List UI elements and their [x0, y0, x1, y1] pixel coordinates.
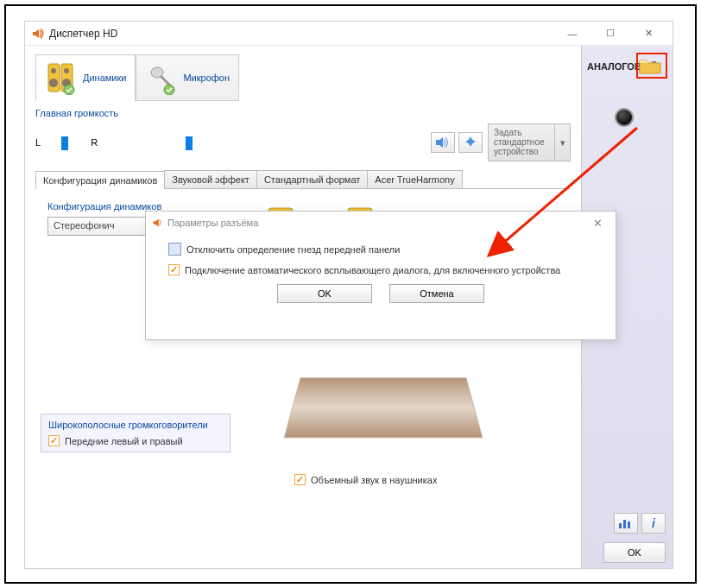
- dialog-icon: [151, 217, 163, 229]
- svg-rect-16: [619, 523, 622, 528]
- opt1-label: Отключить определение гнезд передней пан…: [186, 244, 400, 255]
- folder-icon[interactable]: [638, 56, 662, 75]
- main-volume-label: Главная громкость: [35, 108, 571, 118]
- front-lr-checkbox[interactable]: Передние левый и правый: [48, 435, 223, 446]
- settings-button[interactable]: [458, 132, 483, 153]
- speakers-icon: [45, 60, 79, 95]
- front-lr-label: Передние левый и правый: [65, 436, 183, 446]
- titlebar: Диспетчер HD — ☐ ✕: [25, 22, 673, 46]
- tab-microphone[interactable]: Микрофон: [136, 54, 239, 101]
- connector-params-dialog: Параметры разъёма ✕ Отключить определени…: [145, 211, 616, 340]
- sound-icon: [435, 136, 451, 149]
- set-default-device[interactable]: Задать стандартное устройство ▾: [488, 123, 571, 161]
- dialog-titlebar: Параметры разъёма ✕: [146, 212, 616, 234]
- subtab-config[interactable]: Конфигурация динамиков: [35, 171, 165, 189]
- dialog-cancel-button[interactable]: Отмена: [389, 284, 484, 303]
- balance-L: L: [35, 137, 41, 148]
- tab-speakers[interactable]: Динамики: [35, 54, 136, 101]
- tab-speakers-label: Динамики: [83, 73, 126, 83]
- svg-rect-18: [628, 522, 630, 528]
- headphone-surround-checkbox[interactable]: Объемный звук в наушниках: [294, 474, 437, 485]
- info-button[interactable]: i: [641, 513, 666, 534]
- main-volume-slider[interactable]: [103, 142, 388, 144]
- surround-label: Объемный звук в наушниках: [311, 475, 437, 485]
- audio-jack-black[interactable]: [615, 108, 634, 127]
- config-tabs: Конфигурация динамиков Звуковой эффект С…: [35, 170, 571, 189]
- tab-mic-label: Микрофон: [183, 73, 230, 83]
- close-button[interactable]: ✕: [629, 22, 667, 46]
- checkbox-checked-icon: [294, 474, 306, 485]
- minimize-button[interactable]: —: [553, 22, 591, 46]
- wideband-title: Широкополосные громкоговорители: [48, 420, 223, 430]
- opt2-label: Подключение автоматического всплывающего…: [185, 265, 560, 275]
- svg-point-4: [49, 79, 58, 87]
- svg-point-2: [51, 68, 56, 73]
- subtab-effect[interactable]: Звуковой эффект: [164, 170, 257, 188]
- wideband-speakers-group: Широкополосные громкоговорители Передние…: [41, 414, 231, 452]
- subtab-trueharmony[interactable]: Acer TrueHarmony: [367, 170, 462, 188]
- dropdown-arrow-icon: ▾: [554, 124, 570, 161]
- dialog-close-button[interactable]: ✕: [584, 217, 610, 230]
- ok-main-button[interactable]: OK: [603, 542, 666, 563]
- balance-R: R: [91, 137, 98, 148]
- app-icon: [30, 27, 44, 41]
- checkbox-unchecked-icon: [168, 243, 181, 256]
- connector-settings-button-highlight: [636, 53, 667, 79]
- mute-button[interactable]: [431, 132, 455, 153]
- svg-point-3: [64, 68, 69, 73]
- mic-icon: [145, 60, 180, 95]
- effects-icon: [464, 136, 477, 149]
- device-tabs: Динамики Микрофон: [35, 54, 571, 101]
- checkbox-checked-icon: [48, 435, 60, 446]
- window-title: Диспетчер HD: [49, 28, 117, 40]
- subtab-format[interactable]: Стандартный формат: [256, 170, 368, 188]
- eq-icon: [618, 518, 634, 528]
- disable-front-panel-checkbox[interactable]: Отключить определение гнезд передней пан…: [168, 243, 593, 256]
- checkbox-checked-icon: [168, 264, 180, 275]
- svg-rect-17: [623, 520, 626, 528]
- dialog-title: Параметры разъёма: [167, 218, 258, 228]
- equalizer-button[interactable]: [614, 513, 638, 534]
- balance-slider[interactable]: [46, 142, 85, 144]
- speaker-mode-dropdown[interactable]: Стереофонич: [47, 217, 160, 236]
- maximize-button[interactable]: ☐: [591, 22, 629, 46]
- set-default-label: Задать стандартное устройство: [489, 124, 554, 161]
- svg-rect-0: [48, 64, 60, 92]
- auto-popup-checkbox[interactable]: Подключение автоматического всплывающего…: [168, 264, 593, 275]
- dialog-ok-button[interactable]: OK: [277, 284, 372, 303]
- info-icon: i: [652, 516, 655, 530]
